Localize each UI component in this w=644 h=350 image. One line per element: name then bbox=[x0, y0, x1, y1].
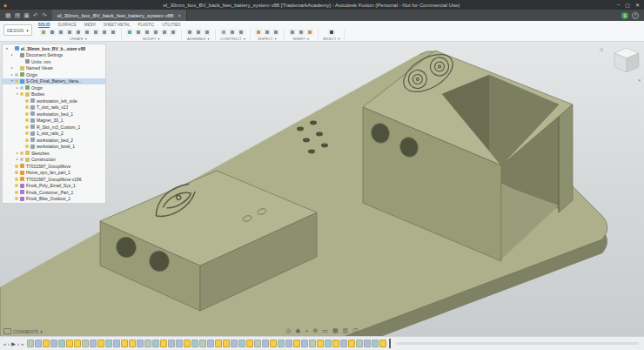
browser-item[interactable]: ▸ Sketches bbox=[3, 150, 105, 157]
joint-icon[interactable] bbox=[195, 29, 202, 36]
timeline-feature[interactable] bbox=[58, 340, 65, 347]
timeline-feature[interactable] bbox=[121, 340, 128, 347]
timeline-feature[interactable] bbox=[238, 340, 245, 347]
tab-close-icon[interactable]: × bbox=[178, 13, 181, 18]
browser-item[interactable]: workstation_bed_2 bbox=[3, 137, 105, 144]
timeline-feature[interactable] bbox=[74, 340, 81, 347]
help-icon[interactable]: ? bbox=[632, 12, 639, 19]
view-cube[interactable]: ⌂ ▾ bbox=[600, 44, 641, 83]
toolbar-group-label[interactable]: CREATE▾ bbox=[40, 37, 117, 41]
toolbar-tab[interactable]: MESH bbox=[84, 23, 96, 28]
look-at-icon[interactable]: ◉ bbox=[295, 327, 300, 334]
toolbar-tab[interactable]: SOLID bbox=[38, 23, 50, 28]
pattern-icon[interactable] bbox=[110, 29, 117, 36]
timeline-feature[interactable] bbox=[246, 340, 253, 347]
canvas-icon[interactable] bbox=[306, 29, 313, 36]
browser-item[interactable]: Units: mm bbox=[3, 58, 105, 65]
visibility-icon[interactable] bbox=[15, 79, 18, 83]
disclosure-icon[interactable]: ▸ bbox=[11, 66, 15, 70]
timeline-feature[interactable] bbox=[348, 340, 355, 347]
toolbar-group-label[interactable]: INSERT▾ bbox=[289, 37, 313, 41]
toolbar-tab[interactable]: PLASTIC bbox=[138, 23, 155, 28]
minimize-button[interactable]: – bbox=[617, 2, 620, 8]
browser-item[interactable]: Finok_Poly_Email_Sys_1 bbox=[3, 183, 105, 190]
chamfer-icon[interactable] bbox=[135, 29, 142, 36]
timeline-feature[interactable] bbox=[184, 340, 191, 347]
browser-item[interactable]: T7031587_GroupMove v156 bbox=[3, 176, 105, 183]
step-forward-button[interactable]: › bbox=[17, 341, 19, 347]
new-component-icon[interactable] bbox=[186, 29, 193, 36]
timeline-feature[interactable] bbox=[301, 340, 308, 347]
visibility-icon[interactable] bbox=[15, 73, 18, 77]
rigid-group-icon[interactable] bbox=[204, 29, 211, 36]
visibility-icon[interactable] bbox=[25, 112, 29, 116]
browser-item[interactable]: 1_slot_rails_2 bbox=[3, 131, 105, 138]
save-icon[interactable]: ▣ bbox=[23, 12, 30, 19]
timeline-feature[interactable] bbox=[66, 340, 73, 347]
timeline-feature[interactable] bbox=[50, 340, 57, 347]
insert-derive-icon[interactable] bbox=[289, 29, 296, 36]
box-icon[interactable] bbox=[40, 29, 47, 36]
disclosure-icon[interactable]: ▸ bbox=[11, 53, 15, 57]
timeline-feature[interactable] bbox=[90, 340, 97, 347]
undo-icon[interactable]: ↶ bbox=[33, 12, 38, 19]
browser-item[interactable]: ▸ Construction bbox=[3, 157, 105, 164]
section-icon[interactable] bbox=[272, 29, 279, 36]
sweep-icon[interactable] bbox=[66, 29, 73, 36]
toolbar-tab[interactable]: SURFACE bbox=[57, 23, 76, 28]
toolbar-tab[interactable]: UTILITIES bbox=[162, 23, 180, 28]
timeline-feature[interactable] bbox=[309, 340, 316, 347]
visibility-icon[interactable] bbox=[20, 92, 23, 96]
loft-icon[interactable] bbox=[75, 29, 82, 36]
toolbar-group-label[interactable]: MODIFY▾ bbox=[126, 37, 177, 41]
extrude-icon[interactable] bbox=[49, 29, 56, 36]
visibility-icon[interactable] bbox=[15, 197, 18, 200]
select-icon[interactable] bbox=[328, 29, 335, 36]
visibility-icon[interactable] bbox=[15, 178, 18, 181]
timeline-feature[interactable] bbox=[105, 340, 112, 347]
timeline-feature[interactable] bbox=[285, 340, 292, 347]
toolbar-group-label[interactable]: SELECT▾ bbox=[323, 37, 340, 41]
go-to-end-button[interactable]: » bbox=[21, 341, 23, 347]
decal-icon[interactable] bbox=[298, 29, 305, 36]
viewports-icon[interactable]: ◫ bbox=[352, 327, 359, 334]
user-avatar[interactable]: S bbox=[621, 12, 628, 19]
play-button[interactable]: ▶ bbox=[11, 340, 16, 347]
axis-icon[interactable] bbox=[229, 29, 236, 36]
timeline-feature[interactable] bbox=[379, 340, 386, 347]
timeline-feature[interactable] bbox=[254, 340, 261, 347]
browser-item[interactable]: Finok_Customer_Part_1 bbox=[3, 189, 105, 196]
visibility-icon[interactable] bbox=[20, 151, 23, 155]
browser-item[interactable]: ▸ Document Settings bbox=[3, 52, 105, 59]
display-settings-icon[interactable]: ▦ bbox=[332, 327, 339, 334]
timeline-feature[interactable] bbox=[278, 340, 285, 347]
document-tab[interactable]: el_30mm_box_BV_back_feet_battery_system … bbox=[52, 10, 187, 21]
pan-icon[interactable]: + bbox=[305, 328, 308, 334]
offset-icon[interactable] bbox=[170, 29, 177, 36]
combine-icon[interactable] bbox=[161, 29, 168, 36]
visibility-icon[interactable] bbox=[25, 125, 29, 129]
go-to-start-button[interactable]: « bbox=[3, 341, 6, 347]
timeline-feature[interactable] bbox=[270, 340, 277, 347]
visibility-icon[interactable] bbox=[25, 105, 29, 109]
timeline-feature[interactable] bbox=[152, 340, 159, 347]
browser-item[interactable]: workstation_left_side bbox=[3, 98, 105, 104]
view-cube-body[interactable] bbox=[612, 44, 641, 77]
browser-item[interactable]: R_Slot_m3_Custom_1 bbox=[3, 124, 105, 131]
fillet-icon[interactable] bbox=[126, 29, 133, 36]
view-cube-menu-icon[interactable]: ▾ bbox=[638, 77, 641, 83]
hole-icon[interactable] bbox=[84, 29, 91, 36]
fit-icon[interactable]: ▭ bbox=[322, 327, 328, 334]
timeline-feature[interactable] bbox=[144, 340, 151, 347]
timeline-feature[interactable] bbox=[35, 340, 42, 347]
timeline-feature[interactable] bbox=[137, 340, 144, 347]
visibility-icon[interactable] bbox=[15, 191, 18, 194]
toolbar-tab[interactable]: SHEET METAL bbox=[104, 23, 131, 28]
toolbar-group-label[interactable]: ASSEMBLE▾ bbox=[186, 37, 211, 41]
home-icon[interactable]: ⌂ bbox=[600, 46, 603, 52]
timeline-feature[interactable] bbox=[97, 340, 104, 347]
timeline-feature[interactable] bbox=[340, 340, 347, 347]
timeline-feature[interactable] bbox=[176, 340, 183, 347]
timeline-feature[interactable] bbox=[223, 340, 230, 347]
timeline-feature[interactable] bbox=[27, 340, 34, 347]
